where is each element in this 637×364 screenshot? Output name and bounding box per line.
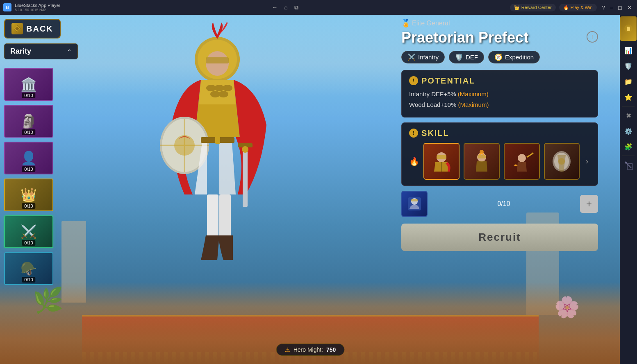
hero-portrait-5: ⚔️ [20,224,37,240]
copy-nav-button[interactable]: ⧉ [292,3,301,12]
app-info: BlueStacks App Player 5.10.150.1015 N32 [15,3,60,12]
hero-silhouette [131,23,303,331]
hero-item-3[interactable]: 👤 0/10 [4,142,53,174]
svg-point-16 [242,146,248,153]
hero-counter-5: 0/10 [22,240,35,246]
def-shield-icon: 🛡️ [455,53,463,61]
potential-line-2: Wood Load+10% (Maximum) [409,100,590,110]
restore-button[interactable]: ◻ [616,4,624,11]
window-nav[interactable]: ← ⌂ ⧉ [269,3,300,12]
window-controls[interactable]: ? – ◻ ✕ [600,4,634,11]
reward-center-badge[interactable]: 👑 Reward Center [510,4,556,11]
plant-right: 🌸 [554,295,580,319]
plus-icon: + [586,198,592,210]
skill-2-svg [469,149,494,174]
potential-header: ! POTENTIAL [409,76,590,86]
rarity-dropdown[interactable]: Rarity ⌃ [4,43,78,59]
right-panel: 🏅 Elite General Praetorian Prefect ! ⚔️ … [401,19,598,251]
sidebar-crosshair-icon[interactable]: ✖ [621,108,636,123]
compass-icon: 🧭 [494,53,503,61]
hero-item-2[interactable]: 🗿 0/10 [4,105,53,138]
info-button[interactable]: ! [587,31,598,43]
svg-point-13 [174,135,195,156]
app-title: BlueStacks App Player [15,3,60,8]
infantry-label: Infantry [418,54,439,61]
recruit-row: 0/10 + [401,191,598,217]
skill-icon-1[interactable] [423,143,460,180]
back-label: BACK [26,24,53,34]
hero-item-4[interactable]: 👑 0/10 [4,179,53,211]
plant-left: 🌿 [33,286,64,315]
home-nav-button[interactable]: ⌂ [282,3,290,11]
svg-line-39 [626,162,631,168]
sidebar-chart-icon[interactable]: 📊 [621,43,636,58]
def-tag[interactable]: 🛡️ DEF [449,51,484,63]
skill-portrait-3 [505,144,539,179]
sidebar-fist-icon[interactable] [620,16,637,41]
back-nav-button[interactable]: ← [269,3,280,11]
title-bar-right: 👑 Reward Center 🔥 Play & Win ? – ◻ ✕ [510,4,634,11]
archery-svg [624,161,633,170]
potential-warning-icon: ! [409,76,418,85]
sidebar-puzzle-icon[interactable]: 🧩 [621,139,636,154]
back-button[interactable]: BACK [4,19,61,38]
infantry-tag[interactable]: ⚔️ Infantry [401,51,445,63]
title-bar: B BlueStacks App Player 5.10.150.1015 N3… [0,0,637,15]
svg-rect-37 [628,27,630,28]
skill-icons-row: 🔥 [409,143,590,180]
svg-rect-22 [437,155,446,159]
skill-more-indicator: › [584,149,590,174]
skill-icon-4[interactable] [544,143,580,180]
hero-item-5-selected[interactable]: ⚔️ 0/10 [4,215,53,248]
recruit-avatar [401,191,428,217]
svg-rect-36 [627,27,628,28]
skill-icon-3[interactable] [504,143,540,180]
sidebar-star-icon[interactable]: ⭐ [621,90,636,104]
help-button[interactable]: ? [600,4,607,11]
recruit-plus-button[interactable]: + [580,195,598,213]
potential-highlight-1: (Maximum) [458,90,489,97]
recruit-avatar-svg [406,196,423,212]
title-bar-left: B BlueStacks App Player 5.10.150.1015 N3… [3,3,60,12]
potential-highlight-2: (Maximum) [458,101,489,108]
svg-rect-34 [411,199,418,201]
app-logo: B [3,3,11,11]
rarity-label: Rarity [10,47,31,56]
potential-section: ! POTENTIAL Infantry DEF+5% (Maximum) Wo… [401,70,598,118]
sidebar-shield-icon[interactable]: 🛡️ [621,59,636,73]
skill-3-svg [510,149,534,174]
warning-icon: ⚠ [285,346,290,353]
hero-item-1[interactable]: 🏛️ 0/10 [4,68,53,101]
minimize-button[interactable]: – [608,4,615,11]
skill-portrait-1 [424,144,459,179]
def-label: DEF [466,54,478,61]
hero-main-display [78,15,357,364]
svg-point-25 [480,150,484,154]
hero-portrait-1: 🏛️ [20,77,37,92]
potential-title: POTENTIAL [421,76,475,86]
hero-item-6[interactable]: 🪖 0/10 [4,252,53,285]
hero-figure-svg [131,23,303,330]
play-win-badge[interactable]: 🔥 Play & Win [559,4,597,11]
recruit-button[interactable]: Recruit [401,224,598,251]
svg-point-10 [218,91,228,97]
hero-tags-row: ⚔️ Infantry 🛡️ DEF 🧭 Expedition [401,51,598,63]
elite-badge: 🏅 Elite General [401,19,450,28]
expedition-tag[interactable]: 🧭 Expedition [488,51,540,63]
svg-rect-20 [215,136,220,144]
skill-4-svg [549,149,574,174]
skill-1-svg [429,149,454,174]
sidebar-archery-icon[interactable] [621,158,636,172]
reward-center-label: Reward Center [521,5,552,10]
crown-icon: 👑 [514,5,520,10]
hero-counter-3: 0/10 [22,166,35,172]
hero-list: 🏛️ 0/10 🗿 0/10 👤 0/10 👑 0/10 ⚔️ [4,68,53,285]
play-win-label: Play & Win [571,5,593,10]
svg-point-26 [518,154,526,162]
sidebar-settings-icon[interactable]: ⚙️ [621,124,636,138]
close-button[interactable]: ✕ [625,4,634,11]
sword-icon: ⚔️ [407,53,416,61]
skill-icon-2[interactable] [464,143,500,180]
elite-label: Elite General [412,20,450,27]
sidebar-folder-icon[interactable]: 📁 [621,74,636,89]
